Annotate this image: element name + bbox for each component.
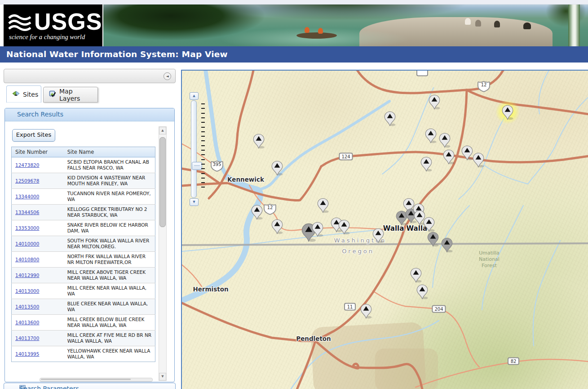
sites-table: Site Number Site Name 12473820SCBID ELTO… xyxy=(11,147,155,362)
site-number-link[interactable]: 12509678 xyxy=(15,178,39,183)
vertical-scrollbar[interactable]: ▲ ▼ xyxy=(159,126,167,381)
site-number-link[interactable]: 14010000 xyxy=(15,241,39,246)
export-sites-button[interactable]: Export Sites xyxy=(12,129,55,142)
site-marker[interactable] xyxy=(461,145,473,162)
site-name-cell: NORTH FRK WALLA WALLA RIVER NR MILTON FR… xyxy=(64,252,155,268)
site-marker[interactable] xyxy=(317,198,329,215)
zoom-slider[interactable]: ▲ ▼ xyxy=(188,90,209,211)
zoom-tick xyxy=(201,117,205,118)
site-name-cell: MILL CREEK AT FIVE MILE RD BR NR WALLA W… xyxy=(64,331,155,346)
search-results-title: Search Results xyxy=(17,111,63,118)
tab-map-layers[interactable]: Map Layers xyxy=(43,87,98,103)
zoom-tick xyxy=(201,173,205,174)
zoom-tick xyxy=(201,113,205,114)
site-marker[interactable] xyxy=(425,128,437,145)
site-number-link[interactable]: 14013500 xyxy=(15,304,39,309)
zoom-tick xyxy=(201,154,205,155)
site-number-link[interactable]: 14013700 xyxy=(15,335,39,341)
site-number-link[interactable]: 14010800 xyxy=(15,257,39,262)
zoom-tick xyxy=(201,108,205,109)
site-marker[interactable] xyxy=(441,237,453,255)
zoom-in-icon[interactable]: ▲ xyxy=(190,92,199,100)
site-marker[interactable] xyxy=(384,111,396,128)
table-row: 13344506KELLOGG CREEK TRIBUTARY NO 2 NEA… xyxy=(12,205,155,220)
map-canvas[interactable]: KennewickWalla WallaHermistonPendletonWa… xyxy=(181,70,588,389)
site-marker[interactable] xyxy=(502,105,513,122)
tab-sites[interactable]: Sites xyxy=(6,85,41,103)
site-marker[interactable] xyxy=(271,219,283,236)
sites-icon xyxy=(12,90,20,99)
site-marker[interactable] xyxy=(410,268,422,285)
site-name-cell: SOUTH FORK WALLA WALLA RIVER NEAR MILTON… xyxy=(64,236,155,252)
page-title: National Water Information System: Map V… xyxy=(6,49,228,59)
banner-photo xyxy=(103,4,588,46)
site-marker[interactable] xyxy=(251,205,263,222)
site-number-link[interactable]: 12473820 xyxy=(15,162,39,168)
search-parameters-panel[interactable]: Search Parameters xyxy=(4,383,176,389)
site-marker[interactable] xyxy=(420,156,432,174)
site-marker[interactable] xyxy=(372,228,384,245)
collapse-panel-icon[interactable]: ◄ xyxy=(164,72,171,80)
canoe-image xyxy=(296,32,337,39)
zoom-out-icon[interactable]: ▼ xyxy=(190,198,199,206)
table-row: 12473820SCBID ELTOPIA BRANCH CANAL AB FA… xyxy=(12,157,155,173)
search-results-header[interactable]: Search Results xyxy=(5,108,174,121)
site-marker[interactable] xyxy=(429,94,440,112)
scroll-up-icon[interactable]: ▲ xyxy=(159,127,166,134)
zoom-tick xyxy=(201,131,205,132)
site-marker[interactable] xyxy=(439,133,451,150)
tab-sites-label: Sites xyxy=(23,91,38,98)
table-row: 14012990MILL CREEK ABOVE TIGER CREEK NEA… xyxy=(12,268,155,283)
site-name-cell: YELLOWHAWK CREEK NEAR WALLA WALLA, WA xyxy=(64,346,155,362)
table-row: 14013500BLUE CREEK NEAR WALLA WALLA, WA xyxy=(12,299,155,315)
markers-layer xyxy=(182,71,588,389)
site-name-cell: SNAKE RIVER BELOW ICE HARBOR DAM, WA xyxy=(64,220,155,236)
usgs-tagline: science for a changing world xyxy=(9,33,85,41)
zoom-tick xyxy=(201,178,205,179)
usgs-wave-icon xyxy=(8,12,31,35)
site-marker[interactable] xyxy=(427,232,439,249)
table-header-row: Site Number Site Name xyxy=(12,147,155,157)
site-marker[interactable] xyxy=(271,161,283,178)
site-number-link[interactable]: 14013995 xyxy=(15,351,39,357)
zoom-tick xyxy=(201,103,205,104)
map-layers-icon xyxy=(49,90,56,99)
column-site-name: Site Name xyxy=(64,147,155,157)
search-results-panel: Search Results Export Sites Site Number … xyxy=(4,108,175,382)
usgs-logo-text: USGS xyxy=(34,9,102,34)
table-row: 14013995YELLOWHAWK CREEK NEAR WALLA WALL… xyxy=(12,346,155,362)
site-marker[interactable] xyxy=(338,219,350,237)
site-number-link[interactable]: 14013000 xyxy=(15,288,39,294)
table-row: 14013600MILL CREEK BELOW BLUE CREEK NEAR… xyxy=(12,315,155,331)
site-name-cell: KELLOGG CREEK TRIBUTARY NO 2 NEAR STARBU… xyxy=(64,205,155,220)
tab-map-layers-label: Map Layers xyxy=(59,88,92,102)
site-number-link[interactable]: 13344000 xyxy=(15,194,39,199)
zoom-tick xyxy=(201,122,205,123)
table-row: 13344000TUCANNON RIVER NEAR POMEROY, WA xyxy=(12,189,155,205)
zoom-slider-track[interactable] xyxy=(191,100,197,198)
zoom-tick xyxy=(201,187,205,188)
zoom-slider-handle[interactable] xyxy=(192,162,202,170)
scrollbar-thumb[interactable] xyxy=(159,137,166,227)
site-number-link[interactable]: 14013600 xyxy=(15,320,39,325)
table-row: 12509678KID DIVISION 4 WASTEWAY NEAR MOU… xyxy=(12,173,155,189)
scroll-down-icon[interactable]: ▼ xyxy=(159,373,166,380)
zoom-tick xyxy=(201,150,205,151)
site-name-cell: MILL CREEK ABOVE TIGER CREEK NEAR WALLA … xyxy=(64,268,155,283)
site-number-link[interactable]: 14012990 xyxy=(15,273,39,278)
search-parameters-title: Search Parameters xyxy=(19,385,79,389)
site-marker[interactable] xyxy=(360,304,372,321)
site-name-cell: TUCANNON RIVER NEAR POMEROY, WA xyxy=(64,189,155,205)
site-marker[interactable] xyxy=(473,152,484,170)
horizontal-scrollbar[interactable] xyxy=(40,378,153,382)
site-number-link[interactable]: 13353000 xyxy=(15,225,39,231)
site-marker[interactable] xyxy=(253,134,265,151)
site-marker[interactable] xyxy=(416,284,428,301)
zoom-tick xyxy=(201,127,205,128)
site-name-cell: KID DIVISION 4 WASTEWAY NEAR MOUTH NEAR … xyxy=(64,173,155,189)
site-marker[interactable] xyxy=(312,222,323,239)
site-marker[interactable] xyxy=(443,149,455,166)
table-row: 13353000SNAKE RIVER BELOW ICE HARBOR DAM… xyxy=(12,220,155,236)
site-name-cell: SCBID ELTOPIA BRANCH CANAL AB FALLS NEAR… xyxy=(64,157,155,173)
site-number-link[interactable]: 13344506 xyxy=(15,210,39,215)
